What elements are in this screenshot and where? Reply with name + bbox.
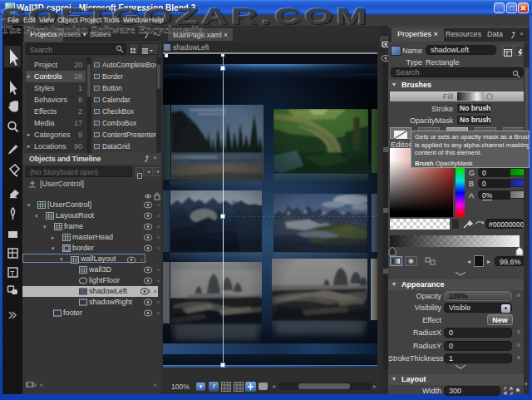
svg-text:T: T bbox=[10, 269, 15, 278]
